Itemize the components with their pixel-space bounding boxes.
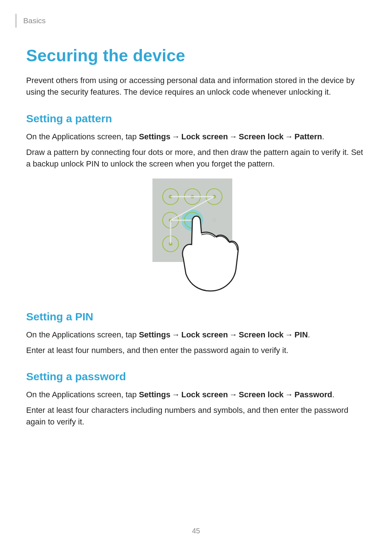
nav-step: Lock screen (181, 132, 228, 141)
nav-path-pattern: On the Applications screen, tap Settings… (26, 132, 366, 141)
arrow-icon: → (170, 390, 181, 399)
page-header: Basics (26, 14, 366, 28)
section-body-password: Enter at least four characters including… (26, 405, 366, 428)
page-title: Securing the device (26, 46, 366, 65)
nav-step: Lock screen (181, 330, 228, 339)
arrow-icon: → (283, 132, 294, 141)
arrow-icon: → (228, 132, 239, 141)
nav-lead-text: On the Applications screen, tap (26, 132, 139, 141)
arrow-icon: → (228, 390, 239, 399)
pattern-illustration (26, 178, 366, 296)
nav-step: Settings (139, 132, 171, 141)
nav-step: Lock screen (181, 390, 228, 399)
section-body-pattern: Draw a pattern by connecting four dots o… (26, 147, 366, 170)
nav-step: Screen lock (239, 390, 284, 399)
arrow-icon: → (170, 132, 181, 141)
header-tick-mark (15, 14, 17, 28)
nav-lead-text: On the Applications screen, tap (26, 390, 139, 399)
nav-step: Settings (139, 330, 171, 339)
arrow-icon: → (228, 330, 239, 339)
header-section-label: Basics (23, 16, 46, 25)
section-heading-password: Setting a password (26, 370, 366, 383)
nav-lead-text: On the Applications screen, tap (26, 330, 139, 339)
section-heading-pin: Setting a PIN (26, 311, 366, 323)
nav-step: Password (294, 390, 332, 399)
page-number: 45 (0, 527, 392, 535)
nav-path-password: On the Applications screen, tap Settings… (26, 390, 366, 399)
pattern-grid-icon (152, 178, 240, 295)
section-heading-pattern: Setting a pattern (26, 112, 366, 125)
arrow-icon: → (283, 330, 294, 339)
nav-path-pin: On the Applications screen, tap Settings… (26, 330, 366, 340)
intro-paragraph: Prevent others from using or accessing p… (26, 75, 366, 98)
nav-step: Settings (139, 390, 171, 399)
nav-step: Pattern (294, 132, 322, 141)
nav-step: Screen lock (239, 132, 284, 141)
nav-step: Screen lock (239, 330, 284, 339)
nav-step: PIN (294, 330, 308, 339)
section-body-pin: Enter at least four numbers, and then en… (26, 345, 366, 356)
arrow-icon: → (283, 390, 294, 399)
arrow-icon: → (170, 330, 181, 339)
